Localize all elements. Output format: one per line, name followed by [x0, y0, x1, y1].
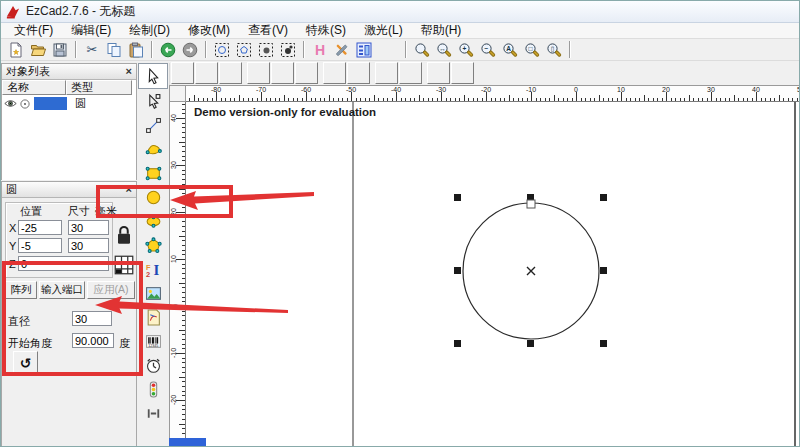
lock-button[interactable] [247, 62, 270, 84]
unlock-button[interactable] [271, 62, 294, 84]
z-position-input[interactable] [18, 256, 109, 271]
save-file-button[interactable] [49, 40, 71, 60]
ruler-tick [182, 414, 186, 415]
node-edit-button[interactable] [138, 89, 168, 113]
zoom-button[interactable] [411, 40, 433, 60]
lock-aspect-icon[interactable] [114, 223, 134, 247]
ruler-tick [333, 98, 334, 102]
close-icon[interactable]: × [126, 66, 132, 77]
selection-handle[interactable] [454, 267, 461, 274]
ruler-tick [716, 98, 717, 102]
pick-layers-button[interactable] [347, 62, 370, 84]
selection-handle[interactable] [454, 340, 461, 347]
menu-view[interactable]: 查看(V) [239, 22, 297, 39]
hatch-button[interactable]: H [309, 40, 331, 60]
selection-handle[interactable] [600, 194, 607, 201]
selection-handle[interactable] [600, 340, 607, 347]
barcode-button[interactable]: 12345 [138, 329, 168, 353]
new-file-button[interactable] [5, 40, 27, 60]
ruler-tick [182, 104, 186, 105]
zoom-select-button[interactable]: □ [521, 40, 543, 60]
x-position-input[interactable] [18, 220, 62, 235]
ruler-tick [572, 98, 573, 102]
start-point-node[interactable] [527, 200, 535, 208]
zoom-extend-button[interactable]: ↔ [433, 40, 455, 60]
object-panel-button[interactable] [353, 40, 375, 60]
line-button[interactable] [138, 113, 168, 137]
selection-handle[interactable] [600, 267, 607, 274]
selection-handle[interactable] [454, 194, 461, 201]
curve-button[interactable] [138, 137, 168, 161]
ruler-tick [248, 98, 249, 102]
ruler-tick [182, 179, 186, 180]
zoom-all-button[interactable]: A [499, 40, 521, 60]
menu-file[interactable]: 文件(F) [5, 22, 62, 39]
rectangle-button[interactable] [138, 161, 168, 185]
ellipse-button[interactable] [138, 209, 168, 233]
start-angle-input[interactable] [72, 333, 114, 348]
svg-text:I: I [153, 262, 159, 278]
center-pick-button[interactable] [219, 62, 242, 84]
menu-modify[interactable]: 修改(M) [179, 22, 239, 39]
io-port-button[interactable] [138, 401, 168, 425]
selection-handle[interactable] [527, 340, 534, 347]
rotate-ccw-button[interactable]: ↺ [13, 351, 38, 375]
preview-eye-button[interactable] [427, 62, 450, 84]
drawing-canvas[interactable] [186, 102, 800, 447]
column-header-type[interactable]: 类型 [66, 80, 132, 95]
select-marquee-button[interactable] [171, 62, 194, 84]
grid-position-icon[interactable] [114, 254, 134, 276]
ruler-tick [221, 98, 222, 102]
vector-file-button[interactable] [138, 305, 168, 329]
marquee-pentagon-button[interactable] [233, 40, 255, 60]
copy-button[interactable] [103, 40, 125, 60]
preview-eye-lashes-button[interactable] [451, 62, 474, 84]
menu-laser[interactable]: 激光(L) [355, 22, 412, 39]
zoom-page-button[interactable]: ▯ [543, 40, 565, 60]
open-file-button[interactable] [27, 40, 49, 60]
menu-special[interactable]: 特殊(S) [297, 22, 355, 39]
diameter-input[interactable] [72, 311, 112, 326]
circle-button[interactable] [138, 185, 168, 209]
marquee-dot-button[interactable] [255, 40, 277, 60]
menu-draw[interactable]: 绘制(D) [120, 22, 179, 39]
timer-button[interactable] [138, 353, 168, 377]
paste-icon [128, 42, 144, 58]
visibility-eye-icon[interactable] [4, 98, 17, 109]
cut-button[interactable]: ✂ [81, 40, 103, 60]
node-pick-button[interactable] [195, 62, 218, 84]
snap-grid-button[interactable] [323, 62, 346, 84]
mirror-vertical-button[interactable] [399, 62, 422, 84]
ruler-tick [576, 92, 577, 101]
apply-button[interactable]: 应用(A) [87, 281, 135, 299]
menu-help[interactable]: 帮助(H) [412, 22, 471, 39]
bitmap-button[interactable] [138, 281, 168, 305]
select-arrow-button[interactable] [138, 63, 168, 89]
column-header-name[interactable]: 名称 [2, 80, 66, 95]
selected-name-cell[interactable] [34, 97, 67, 110]
menu-edit[interactable]: 编辑(E) [62, 22, 120, 39]
polygon-button[interactable] [138, 233, 168, 257]
paste-button[interactable] [125, 40, 147, 60]
marquee-circle-button[interactable] [211, 40, 233, 60]
object-list-row[interactable]: 圆 [2, 95, 136, 112]
traffic-light-button[interactable] [138, 377, 168, 401]
array-button[interactable]: 阵列 [5, 281, 37, 299]
y-position-input[interactable] [18, 238, 62, 253]
text-button[interactable]: F2I [138, 257, 168, 281]
undo-button[interactable] [157, 40, 179, 60]
zoom-out-button[interactable]: − [477, 40, 499, 60]
zoom-in-button[interactable]: + [455, 40, 477, 60]
unlock-shape-button[interactable] [295, 62, 318, 84]
y-size-input[interactable] [68, 238, 109, 253]
mirror-horizontal-button[interactable] [375, 62, 398, 84]
close-icon[interactable]: × [126, 184, 132, 195]
x-size-input[interactable] [68, 220, 109, 235]
ruler-tick [182, 278, 186, 279]
system-options-button[interactable] [331, 40, 353, 60]
ruler-tick [182, 433, 186, 434]
marquee-dots-button[interactable] [277, 40, 299, 60]
object-list-titlebar: 对象列表 × [2, 64, 136, 80]
redo-button[interactable] [179, 40, 201, 60]
input-port-button[interactable]: 输入端口 [39, 281, 85, 299]
